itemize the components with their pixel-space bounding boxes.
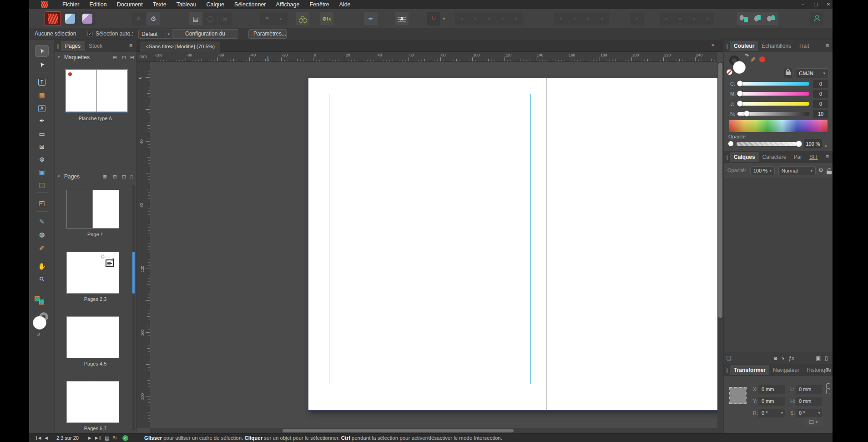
- panel-menu-icon[interactable]: ≡: [826, 153, 829, 160]
- fill-color-well[interactable]: [33, 316, 46, 330]
- menu-aide[interactable]: Aide: [334, 0, 356, 9]
- document-icon[interactable]: ▤: [189, 12, 202, 25]
- ruler-unit[interactable]: mm: [136, 52, 150, 62]
- slider-track[interactable]: [737, 102, 809, 106]
- sync-icon[interactable]: ↻: [113, 434, 117, 442]
- fill-color-well[interactable]: [733, 61, 746, 74]
- color-mode-dropdown[interactable]: CMJN ▾: [796, 68, 828, 78]
- v-scrollbar-thumb[interactable]: [718, 63, 722, 318]
- insert-inside-button[interactable]: [751, 12, 764, 25]
- snapping-button[interactable]: ∩: [427, 12, 440, 25]
- last-spread-button[interactable]: ▶❙: [95, 434, 101, 442]
- transform-field-input[interactable]: 0 °▾: [796, 409, 822, 417]
- table-tool[interactable]: ▦: [35, 90, 48, 101]
- transform-field-input[interactable]: 0 mm: [758, 385, 785, 394]
- tab-trait[interactable]: Trait: [795, 41, 813, 51]
- page-label[interactable]: Pages 2,3: [55, 296, 136, 302]
- eyedropper-icon[interactable]: ✐: [750, 56, 756, 63]
- blend-mode-dropdown[interactable]: Normal ▾: [778, 166, 816, 175]
- node-tool[interactable]: ➤: [35, 59, 48, 70]
- picked-color-dot[interactable]: [759, 56, 765, 62]
- page-options-icon[interactable]: ≣: [103, 174, 107, 180]
- mask-icon[interactable]: ◙: [774, 355, 777, 361]
- layers-stack-icon[interactable]: ❏: [727, 355, 732, 361]
- delete-layer-icon[interactable]: ▯: [825, 355, 828, 361]
- slider-thumb[interactable]: [737, 81, 743, 86]
- page-label[interactable]: Pages 4,5: [55, 361, 136, 366]
- panel-grip-icon[interactable]: ∥: [57, 44, 59, 49]
- page-list-icon[interactable]: ▤: [105, 434, 109, 442]
- h-scrollbar[interactable]: [150, 428, 717, 433]
- artistic-text-tool[interactable]: A: [35, 103, 48, 114]
- crop-tool[interactable]: ◰: [35, 198, 48, 208]
- h-scrollbar-thumb[interactable]: [283, 429, 514, 432]
- insert-behind-button[interactable]: [737, 12, 751, 25]
- tab-navigateur[interactable]: Navigateur: [769, 365, 803, 375]
- layer-settings-gear-icon[interactable]: ⚙: [818, 167, 823, 173]
- slider-value[interactable]: 10: [813, 110, 828, 118]
- pages-scrollbar-track[interactable]: [132, 185, 135, 431]
- image-tool[interactable]: ▣: [35, 166, 48, 177]
- tab-transformer[interactable]: Transformer: [730, 365, 769, 375]
- picture-frame-ellipse-tool[interactable]: ⊗: [35, 154, 48, 165]
- preflight-ok-icon[interactable]: ✓: [122, 435, 128, 441]
- fill-tool[interactable]: ✎: [35, 216, 48, 227]
- transform-field-input[interactable]: 0 °▾: [758, 409, 785, 417]
- vector-brush-button[interactable]: ✒: [364, 12, 378, 25]
- menu-edition[interactable]: Edition: [85, 0, 112, 9]
- gear-icon[interactable]: ⚙: [146, 12, 160, 25]
- opacity-slider-thumb[interactable]: [796, 141, 802, 147]
- delete-page-icon[interactable]: ▯: [130, 174, 133, 180]
- layers-list-empty[interactable]: [724, 178, 833, 352]
- swap-colors-icon[interactable]: ↷: [745, 53, 749, 59]
- page-thumbnail[interactable]: [93, 190, 119, 229]
- master-thumbnail[interactable]: [65, 69, 128, 112]
- close-tab-icon[interactable]: ✕: [711, 43, 715, 48]
- slider-thumb[interactable]: [737, 91, 743, 97]
- tab-styles-texte[interactable]: StT: [806, 152, 822, 162]
- text-flow-button[interactable]: A: [395, 12, 409, 25]
- first-spread-button[interactable]: ❙◀: [35, 434, 41, 442]
- anchor-point-selector[interactable]: [730, 387, 746, 404]
- panel-grip-icon[interactable]: ∥: [726, 368, 728, 373]
- tab-paragraphe[interactable]: Par: [790, 152, 806, 162]
- document-setup-button[interactable]: Configuration du document...: [172, 29, 238, 39]
- no-color-swatch[interactable]: [727, 69, 732, 75]
- tab-stock[interactable]: Stock: [85, 41, 106, 51]
- tab-pages[interactable]: Pages: [61, 41, 85, 51]
- opacity-value[interactable]: 100 %: [804, 139, 822, 148]
- slider-value[interactable]: 0: [813, 90, 828, 98]
- reset-colors-icon[interactable]: ↺: [36, 332, 40, 337]
- place-document-tool[interactable]: ▤: [35, 179, 48, 190]
- slider-value[interactable]: 0: [813, 100, 828, 108]
- zoom-tool[interactable]: ⚲: [35, 274, 48, 285]
- add-page-icon[interactable]: ⊞: [113, 174, 117, 180]
- add-master-icon[interactable]: ⊞: [113, 55, 117, 61]
- account-button[interactable]: [810, 12, 823, 25]
- page-spread[interactable]: [308, 77, 717, 411]
- preferences-button[interactable]: Paramètres...: [248, 29, 287, 39]
- pages-scrollbar-thumb[interactable]: [132, 252, 135, 294]
- duplicate-page-icon[interactable]: ⊡: [122, 174, 126, 180]
- publisher-persona-button[interactable]: [45, 11, 61, 26]
- layer-fx-icon[interactable]: ƒx: [788, 355, 794, 361]
- menu-texte[interactable]: Texte: [148, 0, 172, 9]
- prev-spread-button[interactable]: ◀: [45, 434, 48, 442]
- next-spread-button[interactable]: ▶: [88, 434, 91, 442]
- menu-affichage[interactable]: Affichage: [271, 0, 305, 9]
- page-thumbnail[interactable]: [66, 316, 119, 358]
- tab-caractere[interactable]: Caractère: [759, 152, 790, 162]
- panel-menu-icon[interactable]: ≡: [826, 366, 829, 373]
- frame-text-tool[interactable]: T: [35, 76, 48, 87]
- pan-tool[interactable]: ✋: [35, 261, 48, 272]
- master-label[interactable]: Planche type A: [55, 116, 136, 121]
- page-indicator[interactable]: 2,3 sur 20: [56, 434, 79, 442]
- add-layer-icon[interactable]: ▣: [816, 355, 821, 361]
- slider-track[interactable]: [737, 112, 809, 116]
- opacity-dropdown-icon[interactable]: ▾: [825, 141, 827, 149]
- document-viewport[interactable]: [150, 62, 717, 428]
- close-button[interactable]: ✕: [823, 0, 833, 9]
- move-tool[interactable]: ➤: [35, 46, 48, 56]
- maximize-button[interactable]: ▢: [810, 0, 822, 9]
- disable-fx-button[interactable]: ⊘fx: [320, 12, 333, 25]
